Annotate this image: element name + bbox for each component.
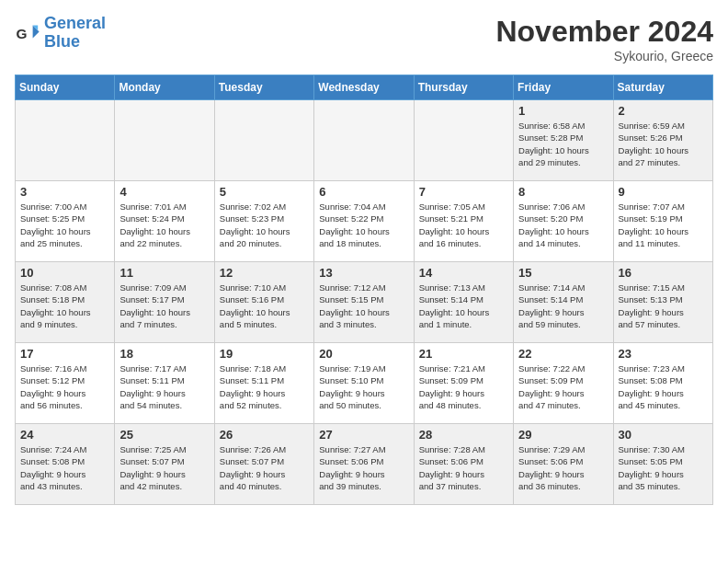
calendar-header-row: SundayMondayTuesdayWednesdayThursdayFrid… — [16, 75, 713, 100]
day-info: Sunrise: 7:13 AM Sunset: 5:14 PM Dayligh… — [419, 282, 508, 330]
day-number: 16 — [619, 266, 708, 280]
calendar-cell: 27Sunrise: 7:27 AM Sunset: 5:06 PM Dayli… — [314, 424, 414, 505]
day-number: 8 — [518, 185, 608, 199]
day-info: Sunrise: 7:27 AM Sunset: 5:06 PM Dayligh… — [319, 443, 408, 492]
calendar-cell: 3Sunrise: 7:00 AM Sunset: 5:25 PM Daylig… — [16, 181, 115, 262]
calendar-cell: 28Sunrise: 7:28 AM Sunset: 5:06 PM Dayli… — [414, 424, 513, 505]
day-info: Sunrise: 7:25 AM Sunset: 5:07 PM Dayligh… — [119, 443, 209, 492]
day-number: 27 — [319, 428, 408, 442]
day-info: Sunrise: 7:09 AM Sunset: 5:17 PM Dayligh… — [119, 282, 209, 330]
day-info: Sunrise: 7:28 AM Sunset: 5:06 PM Dayligh… — [419, 443, 508, 492]
calendar-table: SundayMondayTuesdayWednesdayThursdayFrid… — [15, 75, 713, 505]
day-number: 19 — [220, 347, 309, 361]
calendar-body: 1Sunrise: 6:58 AM Sunset: 5:28 PM Daylig… — [16, 100, 713, 505]
calendar-week-row: 24Sunrise: 7:24 AM Sunset: 5:08 PM Dayli… — [16, 424, 713, 505]
calendar-cell: 14Sunrise: 7:13 AM Sunset: 5:14 PM Dayli… — [414, 262, 513, 343]
calendar-cell: 8Sunrise: 7:06 AM Sunset: 5:20 PM Daylig… — [514, 181, 613, 262]
day-number: 20 — [319, 347, 408, 361]
day-info: Sunrise: 7:19 AM Sunset: 5:10 PM Dayligh… — [319, 362, 408, 411]
day-number: 17 — [20, 347, 109, 361]
calendar-cell: 16Sunrise: 7:15 AM Sunset: 5:13 PM Dayli… — [613, 262, 712, 343]
day-info: Sunrise: 7:08 AM Sunset: 5:18 PM Dayligh… — [20, 282, 109, 330]
svg-text:G: G — [16, 25, 27, 40]
calendar-cell: 17Sunrise: 7:16 AM Sunset: 5:12 PM Dayli… — [16, 343, 115, 424]
calendar-cell: 6Sunrise: 7:04 AM Sunset: 5:22 PM Daylig… — [314, 181, 414, 262]
calendar-cell: 25Sunrise: 7:25 AM Sunset: 5:07 PM Dayli… — [115, 424, 214, 505]
day-number: 10 — [20, 266, 109, 280]
calendar-cell: 15Sunrise: 7:14 AM Sunset: 5:14 PM Dayli… — [514, 262, 613, 343]
day-info: Sunrise: 7:00 AM Sunset: 5:25 PM Dayligh… — [20, 201, 109, 249]
calendar-cell: 13Sunrise: 7:12 AM Sunset: 5:15 PM Dayli… — [314, 262, 414, 343]
day-info: Sunrise: 7:24 AM Sunset: 5:08 PM Dayligh… — [20, 443, 109, 492]
calendar-cell: 5Sunrise: 7:02 AM Sunset: 5:23 PM Daylig… — [214, 181, 313, 262]
calendar-week-row: 10Sunrise: 7:08 AM Sunset: 5:18 PM Dayli… — [16, 262, 713, 343]
day-info: Sunrise: 7:16 AM Sunset: 5:12 PM Dayligh… — [20, 362, 109, 411]
day-info: Sunrise: 7:30 AM Sunset: 5:05 PM Dayligh… — [619, 443, 708, 492]
day-number: 12 — [220, 266, 309, 280]
day-info: Sunrise: 7:26 AM Sunset: 5:07 PM Dayligh… — [220, 443, 309, 492]
logo: G General Blue — [15, 15, 106, 52]
title-block: November 2024 Sykourio, Greece — [495, 15, 713, 63]
calendar-week-row: 3Sunrise: 7:00 AM Sunset: 5:25 PM Daylig… — [16, 181, 713, 262]
day-number: 18 — [119, 347, 209, 361]
weekday-header: Friday — [514, 75, 613, 100]
calendar-cell: 26Sunrise: 7:26 AM Sunset: 5:07 PM Dayli… — [214, 424, 313, 505]
day-number: 24 — [20, 428, 109, 442]
day-info: Sunrise: 7:29 AM Sunset: 5:06 PM Dayligh… — [518, 443, 608, 492]
day-number: 2 — [619, 104, 708, 118]
calendar-cell: 18Sunrise: 7:17 AM Sunset: 5:11 PM Dayli… — [115, 343, 214, 424]
page-header: G General Blue November 2024 Sykourio, G… — [15, 15, 713, 63]
day-info: Sunrise: 7:02 AM Sunset: 5:23 PM Dayligh… — [220, 201, 309, 249]
month-title: November 2024 — [495, 15, 713, 49]
calendar-cell: 4Sunrise: 7:01 AM Sunset: 5:24 PM Daylig… — [115, 181, 214, 262]
day-number: 4 — [119, 185, 209, 199]
day-number: 23 — [619, 347, 708, 361]
day-info: Sunrise: 7:15 AM Sunset: 5:13 PM Dayligh… — [619, 282, 708, 330]
location-subtitle: Sykourio, Greece — [495, 49, 713, 63]
day-info: Sunrise: 7:18 AM Sunset: 5:11 PM Dayligh… — [220, 362, 309, 411]
day-number: 1 — [518, 104, 608, 118]
day-number: 11 — [119, 266, 209, 280]
day-info: Sunrise: 6:58 AM Sunset: 5:28 PM Dayligh… — [518, 120, 608, 168]
day-number: 26 — [220, 428, 309, 442]
day-info: Sunrise: 6:59 AM Sunset: 5:26 PM Dayligh… — [619, 120, 708, 168]
calendar-cell: 9Sunrise: 7:07 AM Sunset: 5:19 PM Daylig… — [613, 181, 712, 262]
calendar-cell — [115, 100, 214, 181]
calendar-cell: 19Sunrise: 7:18 AM Sunset: 5:11 PM Dayli… — [214, 343, 313, 424]
day-info: Sunrise: 7:01 AM Sunset: 5:24 PM Dayligh… — [119, 201, 209, 249]
calendar-cell: 2Sunrise: 6:59 AM Sunset: 5:26 PM Daylig… — [613, 100, 712, 181]
day-info: Sunrise: 7:14 AM Sunset: 5:14 PM Dayligh… — [518, 282, 608, 330]
calendar-cell: 1Sunrise: 6:58 AM Sunset: 5:28 PM Daylig… — [514, 100, 613, 181]
calendar-cell — [214, 100, 313, 181]
calendar-cell: 7Sunrise: 7:05 AM Sunset: 5:21 PM Daylig… — [414, 181, 513, 262]
day-number: 15 — [518, 266, 608, 280]
calendar-week-row: 17Sunrise: 7:16 AM Sunset: 5:12 PM Dayli… — [16, 343, 713, 424]
day-info: Sunrise: 7:21 AM Sunset: 5:09 PM Dayligh… — [419, 362, 508, 411]
day-info: Sunrise: 7:12 AM Sunset: 5:15 PM Dayligh… — [319, 282, 408, 330]
calendar-cell: 11Sunrise: 7:09 AM Sunset: 5:17 PM Dayli… — [115, 262, 214, 343]
day-number: 21 — [419, 347, 508, 361]
day-number: 3 — [20, 185, 109, 199]
day-number: 30 — [619, 428, 708, 442]
day-number: 29 — [518, 428, 608, 442]
day-number: 5 — [220, 185, 309, 199]
weekday-header: Wednesday — [314, 75, 414, 100]
calendar-cell — [16, 100, 115, 181]
day-number: 22 — [518, 347, 608, 361]
calendar-cell: 30Sunrise: 7:30 AM Sunset: 5:05 PM Dayli… — [613, 424, 712, 505]
weekday-header: Thursday — [414, 75, 513, 100]
calendar-cell: 29Sunrise: 7:29 AM Sunset: 5:06 PM Dayli… — [514, 424, 613, 505]
day-number: 9 — [619, 185, 708, 199]
day-number: 6 — [319, 185, 408, 199]
day-info: Sunrise: 7:04 AM Sunset: 5:22 PM Dayligh… — [319, 201, 408, 249]
calendar-cell — [414, 100, 513, 181]
day-info: Sunrise: 7:07 AM Sunset: 5:19 PM Dayligh… — [619, 201, 708, 249]
weekday-header: Tuesday — [214, 75, 313, 100]
day-number: 14 — [419, 266, 508, 280]
day-info: Sunrise: 7:22 AM Sunset: 5:09 PM Dayligh… — [518, 362, 608, 411]
calendar-cell: 24Sunrise: 7:24 AM Sunset: 5:08 PM Dayli… — [16, 424, 115, 505]
day-number: 7 — [419, 185, 508, 199]
calendar-cell: 20Sunrise: 7:19 AM Sunset: 5:10 PM Dayli… — [314, 343, 414, 424]
calendar-cell: 10Sunrise: 7:08 AM Sunset: 5:18 PM Dayli… — [16, 262, 115, 343]
day-number: 13 — [319, 266, 408, 280]
